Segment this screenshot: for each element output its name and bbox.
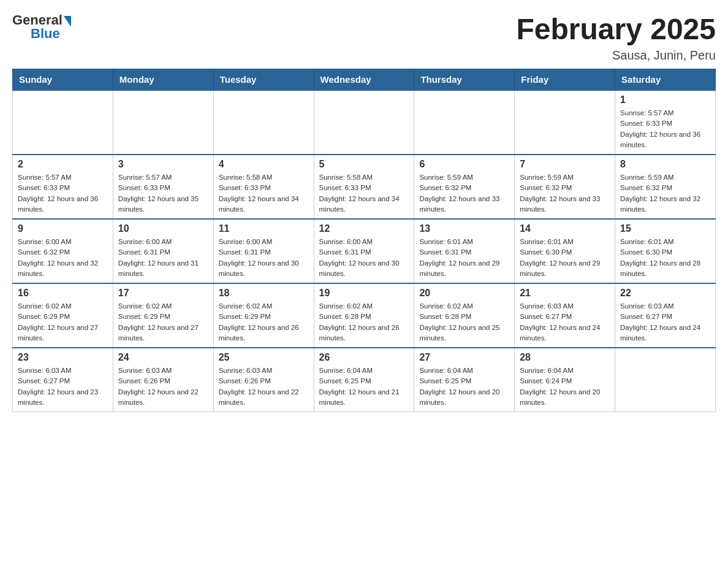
calendar-cell	[213, 90, 314, 155]
calendar-table: SundayMondayTuesdayWednesdayThursdayFrid…	[12, 69, 716, 412]
calendar-cell: 13Sunrise: 6:01 AM Sunset: 6:31 PM Dayli…	[414, 219, 515, 283]
day-info: Sunrise: 5:57 AM Sunset: 6:33 PM Dayligh…	[620, 108, 710, 150]
calendar-cell: 25Sunrise: 6:03 AM Sunset: 6:26 PM Dayli…	[213, 348, 314, 412]
weekday-header-tuesday: Tuesday	[213, 69, 314, 91]
calendar-cell: 20Sunrise: 6:02 AM Sunset: 6:28 PM Dayli…	[414, 283, 515, 348]
day-number: 23	[18, 352, 108, 363]
day-number: 15	[620, 223, 710, 234]
day-number: 20	[419, 288, 509, 299]
day-number: 6	[419, 159, 509, 170]
weekday-header-monday: Monday	[113, 69, 213, 91]
calendar-cell: 5Sunrise: 5:58 AM Sunset: 6:33 PM Daylig…	[314, 155, 414, 219]
day-number: 19	[319, 288, 409, 299]
day-info: Sunrise: 6:03 AM Sunset: 6:27 PM Dayligh…	[18, 366, 108, 408]
calendar-cell: 1Sunrise: 5:57 AM Sunset: 6:33 PM Daylig…	[615, 90, 716, 155]
day-number: 28	[520, 352, 610, 363]
day-info: Sunrise: 6:00 AM Sunset: 6:32 PM Dayligh…	[18, 237, 108, 279]
day-number: 1	[620, 94, 710, 105]
day-info: Sunrise: 6:02 AM Sunset: 6:29 PM Dayligh…	[18, 301, 108, 343]
day-number: 16	[18, 288, 108, 299]
calendar-cell	[615, 348, 716, 412]
day-info: Sunrise: 6:04 AM Sunset: 6:24 PM Dayligh…	[520, 366, 610, 408]
week-row-4: 16Sunrise: 6:02 AM Sunset: 6:29 PM Dayli…	[13, 283, 716, 348]
day-number: 21	[520, 288, 610, 299]
calendar-cell: 21Sunrise: 6:03 AM Sunset: 6:27 PM Dayli…	[515, 283, 615, 348]
calendar-cell	[314, 90, 414, 155]
calendar-cell	[414, 90, 515, 155]
day-number: 25	[219, 352, 309, 363]
calendar-cell: 16Sunrise: 6:02 AM Sunset: 6:29 PM Dayli…	[13, 283, 113, 348]
day-number: 18	[219, 288, 309, 299]
logo-blue-text: Blue	[31, 26, 60, 42]
calendar-cell: 28Sunrise: 6:04 AM Sunset: 6:24 PM Dayli…	[515, 348, 615, 412]
calendar-cell	[13, 90, 113, 155]
weekday-header-saturday: Saturday	[615, 69, 716, 91]
calendar-cell	[113, 90, 213, 155]
day-number: 10	[118, 223, 208, 234]
day-number: 3	[118, 159, 208, 170]
week-row-5: 23Sunrise: 6:03 AM Sunset: 6:27 PM Dayli…	[13, 348, 716, 412]
title-section: February 2025 Sausa, Junin, Peru	[516, 12, 716, 63]
week-row-2: 2Sunrise: 5:57 AM Sunset: 6:33 PM Daylig…	[13, 155, 716, 219]
day-info: Sunrise: 6:01 AM Sunset: 6:31 PM Dayligh…	[419, 237, 509, 279]
day-info: Sunrise: 5:57 AM Sunset: 6:33 PM Dayligh…	[18, 172, 108, 215]
calendar-cell: 19Sunrise: 6:02 AM Sunset: 6:28 PM Dayli…	[314, 283, 414, 348]
day-number: 2	[18, 159, 108, 170]
weekday-header-row: SundayMondayTuesdayWednesdayThursdayFrid…	[13, 69, 716, 91]
calendar-cell: 14Sunrise: 6:01 AM Sunset: 6:30 PM Dayli…	[515, 219, 615, 283]
day-info: Sunrise: 5:59 AM Sunset: 6:32 PM Dayligh…	[620, 172, 710, 215]
calendar-cell: 10Sunrise: 6:00 AM Sunset: 6:31 PM Dayli…	[113, 219, 213, 283]
week-row-3: 9Sunrise: 6:00 AM Sunset: 6:32 PM Daylig…	[13, 219, 716, 283]
day-number: 24	[118, 352, 208, 363]
day-info: Sunrise: 6:01 AM Sunset: 6:30 PM Dayligh…	[620, 237, 710, 279]
day-info: Sunrise: 6:03 AM Sunset: 6:27 PM Dayligh…	[620, 301, 710, 343]
day-info: Sunrise: 6:04 AM Sunset: 6:25 PM Dayligh…	[319, 366, 409, 408]
calendar-cell: 22Sunrise: 6:03 AM Sunset: 6:27 PM Dayli…	[615, 283, 716, 348]
calendar-cell: 26Sunrise: 6:04 AM Sunset: 6:25 PM Dayli…	[314, 348, 414, 412]
calendar-cell: 4Sunrise: 5:58 AM Sunset: 6:33 PM Daylig…	[213, 155, 314, 219]
calendar-cell	[515, 90, 615, 155]
day-number: 8	[620, 159, 710, 170]
day-info: Sunrise: 6:00 AM Sunset: 6:31 PM Dayligh…	[319, 237, 409, 279]
day-info: Sunrise: 6:01 AM Sunset: 6:30 PM Dayligh…	[520, 237, 610, 279]
day-info: Sunrise: 6:03 AM Sunset: 6:26 PM Dayligh…	[118, 366, 208, 408]
day-info: Sunrise: 6:04 AM Sunset: 6:25 PM Dayligh…	[419, 366, 509, 408]
day-info: Sunrise: 5:59 AM Sunset: 6:32 PM Dayligh…	[419, 172, 509, 215]
page-header: General Blue February 2025 Sausa, Junin,…	[12, 12, 716, 63]
calendar-cell: 9Sunrise: 6:00 AM Sunset: 6:32 PM Daylig…	[13, 219, 113, 283]
calendar-cell: 12Sunrise: 6:00 AM Sunset: 6:31 PM Dayli…	[314, 219, 414, 283]
page-subtitle: Sausa, Junin, Peru	[516, 48, 716, 63]
calendar-cell: 3Sunrise: 5:57 AM Sunset: 6:33 PM Daylig…	[113, 155, 213, 219]
day-info: Sunrise: 5:58 AM Sunset: 6:33 PM Dayligh…	[219, 172, 309, 215]
calendar-cell: 27Sunrise: 6:04 AM Sunset: 6:25 PM Dayli…	[414, 348, 515, 412]
day-info: Sunrise: 6:02 AM Sunset: 6:29 PM Dayligh…	[118, 301, 208, 343]
calendar-cell: 23Sunrise: 6:03 AM Sunset: 6:27 PM Dayli…	[13, 348, 113, 412]
day-info: Sunrise: 6:02 AM Sunset: 6:28 PM Dayligh…	[319, 301, 409, 343]
calendar-cell: 18Sunrise: 6:02 AM Sunset: 6:29 PM Dayli…	[213, 283, 314, 348]
logo-triangle-icon	[64, 16, 71, 27]
day-number: 11	[219, 223, 309, 234]
calendar-cell: 7Sunrise: 5:59 AM Sunset: 6:32 PM Daylig…	[515, 155, 615, 219]
day-info: Sunrise: 6:03 AM Sunset: 6:26 PM Dayligh…	[219, 366, 309, 408]
day-number: 5	[319, 159, 409, 170]
day-number: 14	[520, 223, 610, 234]
calendar-cell: 15Sunrise: 6:01 AM Sunset: 6:30 PM Dayli…	[615, 219, 716, 283]
week-row-1: 1Sunrise: 5:57 AM Sunset: 6:33 PM Daylig…	[13, 90, 716, 155]
day-info: Sunrise: 5:57 AM Sunset: 6:33 PM Dayligh…	[118, 172, 208, 215]
weekday-header-sunday: Sunday	[13, 69, 113, 91]
day-number: 9	[18, 223, 108, 234]
day-info: Sunrise: 6:02 AM Sunset: 6:29 PM Dayligh…	[219, 301, 309, 343]
calendar-cell: 17Sunrise: 6:02 AM Sunset: 6:29 PM Dayli…	[113, 283, 213, 348]
day-number: 17	[118, 288, 208, 299]
day-number: 12	[319, 223, 409, 234]
logo: General Blue	[12, 12, 71, 42]
day-number: 22	[620, 288, 710, 299]
calendar-cell: 8Sunrise: 5:59 AM Sunset: 6:32 PM Daylig…	[615, 155, 716, 219]
calendar-cell: 6Sunrise: 5:59 AM Sunset: 6:32 PM Daylig…	[414, 155, 515, 219]
day-number: 4	[219, 159, 309, 170]
day-info: Sunrise: 6:03 AM Sunset: 6:27 PM Dayligh…	[520, 301, 610, 343]
day-number: 27	[419, 352, 509, 363]
calendar-cell: 24Sunrise: 6:03 AM Sunset: 6:26 PM Dayli…	[113, 348, 213, 412]
weekday-header-wednesday: Wednesday	[314, 69, 414, 91]
day-number: 13	[419, 223, 509, 234]
